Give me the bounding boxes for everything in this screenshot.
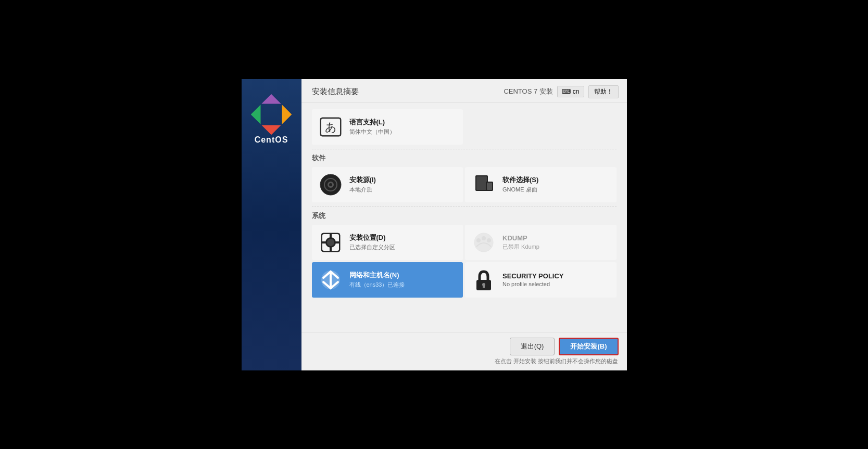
- kdump-title: KDUMP: [502, 234, 610, 242]
- disk-title: 安装位置(D): [349, 233, 457, 242]
- lang-subtitle: 简体中文（中国）: [349, 128, 457, 136]
- divider-system: [312, 207, 617, 207]
- start-install-button[interactable]: 开始安装(B): [559, 338, 618, 355]
- system-label: 系统: [312, 211, 617, 221]
- lang-title: 语言支持(L): [349, 118, 457, 127]
- installer-window: CentOS 安装信息摘要 CENTOS 7 安装 ⌨ cn 帮助！: [242, 79, 627, 370]
- brand-name: CentOS: [255, 135, 288, 145]
- footer-note: 在点击 开始安装 按钮前我们并不会操作您的磁盘: [310, 357, 619, 365]
- network-icon: [318, 267, 343, 292]
- kdump-item[interactable]: KDUMP 已禁用 Kdump: [465, 225, 617, 260]
- source-subtitle: 本地介质: [349, 186, 457, 194]
- kdump-icon: [471, 230, 496, 255]
- svg-rect-16: [330, 247, 332, 251]
- lang-button[interactable]: ⌨ cn: [557, 86, 584, 97]
- kdump-subtitle: 已禁用 Kdump: [502, 243, 610, 251]
- svg-point-6: [329, 183, 332, 186]
- software-icon: [471, 172, 496, 197]
- svg-point-22: [487, 238, 491, 242]
- software-section: 安装源(I) 本地介质 软件选择(S): [312, 167, 617, 202]
- lang-code: cn: [573, 88, 580, 95]
- security-icon: [471, 267, 496, 292]
- source-item[interactable]: 安装源(I) 本地介质: [312, 167, 463, 202]
- sidebar: CentOS: [242, 79, 301, 370]
- network-item[interactable]: 网络和主机名(N) 有线（ens33）已连接: [312, 262, 463, 298]
- source-icon: [318, 172, 343, 197]
- header: 安装信息摘要 CENTOS 7 安装 ⌨ cn 帮助！: [301, 79, 627, 103]
- help-button[interactable]: 帮助！: [588, 85, 619, 98]
- svg-rect-15: [330, 234, 332, 238]
- lang-icon: あ: [318, 114, 343, 139]
- install-label: CENTOS 7 安装: [504, 87, 552, 96]
- software-item[interactable]: 软件选择(S) GNOME 桌面: [465, 167, 617, 202]
- main-content: 安装信息摘要 CENTOS 7 安装 ⌨ cn 帮助！: [301, 79, 627, 370]
- source-title: 安装源(I): [349, 175, 457, 185]
- svg-text:あ: あ: [324, 121, 336, 134]
- disk-subtitle: 已选择自定义分区: [349, 243, 457, 251]
- centos-logo: CentOS: [255, 100, 288, 145]
- divider-software: [312, 149, 617, 149]
- svg-point-14: [327, 239, 334, 246]
- localization-section: あ 语言支持(L) 简体中文（中国）: [312, 109, 617, 145]
- software-label: 软件: [312, 153, 617, 163]
- lang-item[interactable]: あ 语言支持(L) 简体中文（中国）: [312, 109, 463, 145]
- software-subtitle: GNOME 桌面: [502, 186, 610, 194]
- disk-icon: [318, 230, 343, 255]
- svg-rect-10: [487, 183, 492, 190]
- keyboard-icon: ⌨: [562, 88, 571, 95]
- content-area: あ 语言支持(L) 简体中文（中国） 软件: [301, 103, 627, 332]
- disk-item[interactable]: 安装位置(D) 已选择自定义分区: [312, 225, 463, 260]
- network-title: 网络和主机名(N): [349, 271, 457, 280]
- svg-rect-18: [335, 241, 339, 243]
- security-subtitle: No profile selected: [502, 281, 610, 287]
- footer-buttons: 退出(Q) 开始安装(B): [310, 338, 619, 355]
- software-title: 软件选择(S): [502, 175, 610, 185]
- security-title: SECURITY POLICY: [502, 272, 610, 280]
- network-subtitle: 有线（ens33）已连接: [349, 281, 457, 289]
- logo-graphic: [250, 94, 292, 135]
- svg-rect-8: [476, 176, 487, 190]
- svg-rect-17: [322, 241, 326, 243]
- footer: 退出(Q) 开始安装(B) 在点击 开始安装 按钮前我们并不会操作您的磁盘: [301, 332, 627, 370]
- page-title: 安装信息摘要: [312, 87, 359, 97]
- svg-point-21: [482, 236, 486, 240]
- security-item[interactable]: SECURITY POLICY No profile selected: [465, 262, 617, 298]
- svg-point-20: [476, 238, 481, 242]
- system-section: 安装位置(D) 已选择自定义分区: [312, 225, 617, 298]
- quit-button[interactable]: 退出(Q): [510, 338, 555, 355]
- header-right: CENTOS 7 安装 ⌨ cn 帮助！: [504, 85, 618, 98]
- svg-rect-27: [483, 285, 485, 288]
